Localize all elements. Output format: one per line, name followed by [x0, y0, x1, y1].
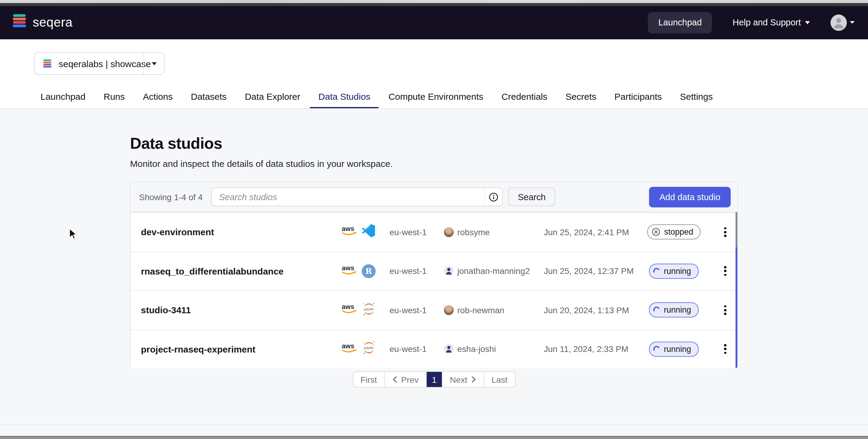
kebab-icon [722, 225, 728, 240]
status-label: running [664, 266, 691, 276]
info-icon[interactable] [485, 188, 502, 206]
studio-date: Jun 11, 2024, 2:33 PM [544, 344, 634, 354]
row-menu-button[interactable] [713, 303, 737, 317]
studio-region: eu-west-1 [390, 305, 444, 315]
svg-text:aws: aws [342, 303, 354, 311]
table-toolbar: Showing 1-4 of 4 Search Add data studio [131, 182, 737, 212]
tab-credentials[interactable]: Credentials [501, 84, 548, 109]
studio-name[interactable]: studio-3411 [141, 305, 341, 315]
studio-user: robsyme [444, 227, 544, 237]
status-label: stopped [664, 228, 693, 237]
pagination-page-1[interactable]: 1 [426, 372, 442, 387]
table-row[interactable]: rnaseq_to_differentialabundance aws R eu… [131, 251, 737, 290]
row-menu-button[interactable] [713, 342, 737, 356]
tab-actions[interactable]: Actions [143, 84, 173, 109]
table-row[interactable]: studio-3411 aws jupyter [131, 290, 737, 329]
status-badge: running [649, 264, 698, 279]
studio-status-cell: running [634, 303, 713, 318]
kebab-icon [722, 303, 728, 317]
user-name: esha-joshi [457, 344, 496, 354]
tab-launchpad[interactable]: Launchpad [40, 84, 86, 109]
tab-participants[interactable]: Participants [615, 84, 662, 109]
next-label: Next [450, 375, 468, 384]
aws-icon: aws [341, 264, 358, 279]
navbar-right: Launchpad Help and Support [648, 12, 855, 33]
launchpad-button[interactable]: Launchpad [648, 12, 712, 33]
tab-secrets[interactable]: Secrets [565, 84, 596, 109]
data-studios-table: Showing 1-4 of 4 Search Add data studio … [130, 181, 738, 368]
status-label: running [664, 306, 691, 315]
tab-settings[interactable]: Settings [680, 84, 713, 109]
status-label: running [664, 345, 691, 354]
svg-text:aws: aws [342, 264, 354, 272]
pagination-next[interactable]: Next [442, 372, 484, 387]
user-menu[interactable] [831, 14, 855, 31]
studio-name[interactable]: project-rnaseq-experiment [141, 344, 341, 354]
seqera-brand[interactable]: seqera [11, 13, 72, 32]
tab-data-studios[interactable]: Data Studios [318, 84, 371, 109]
studio-icons: aws jupyter [341, 341, 390, 358]
table-row[interactable]: dev-environment aws eu-west-1 [131, 212, 737, 251]
studio-icons: aws [341, 224, 390, 240]
avatar [831, 14, 847, 31]
tab-runs[interactable]: Runs [104, 84, 125, 109]
showing-count: Showing 1-4 of 4 [139, 192, 203, 202]
workspace-name: seqeralabs | showcase [59, 58, 151, 69]
status-badge: running [649, 303, 698, 318]
page-title: Data studios [130, 134, 222, 153]
jupyter-icon: jupyter [362, 302, 376, 319]
help-and-support-menu[interactable]: Help and Support [733, 18, 810, 28]
row-menu-button[interactable] [713, 225, 737, 240]
studio-status-cell: running [634, 264, 713, 279]
workspace-current: seqeralabs | showcase [34, 58, 143, 69]
tab-datasets[interactable]: Datasets [191, 84, 226, 109]
svg-text:aws: aws [342, 342, 354, 350]
scrollbar-thumb[interactable] [735, 212, 737, 247]
footer-divider [0, 425, 868, 425]
studio-user: esha-joshi [444, 344, 544, 354]
search-input[interactable] [212, 188, 485, 206]
studio-name[interactable]: dev-environment [141, 227, 341, 237]
prev-label: Prev [401, 375, 418, 384]
window-edge-dark [0, 3, 868, 6]
table-scrollbar[interactable] [735, 212, 737, 368]
user-name: jonathan-manning2 [457, 266, 530, 276]
pagination-last[interactable]: Last [484, 372, 515, 387]
workspace-dropdown-toggle[interactable] [143, 53, 164, 74]
chevron-down-icon [805, 21, 810, 24]
chevron-down-icon [850, 22, 855, 24]
pagination: First Prev 1 Next Last [353, 371, 515, 387]
pagination-prev[interactable]: Prev [384, 372, 426, 387]
studio-icons: aws R [341, 264, 390, 279]
studio-date: Jun 25, 2024, 2:41 PM [544, 227, 634, 237]
window-bottom-bar [0, 436, 868, 439]
tab-compute-environments[interactable]: Compute Environments [389, 84, 484, 109]
running-spinner-icon [653, 345, 661, 353]
tab-data-explorer[interactable]: Data Explorer [245, 84, 300, 109]
app-root: seqera Launchpad Help and Support [0, 0, 868, 439]
stopped-icon [651, 228, 660, 237]
studio-status-cell: stopped [634, 225, 713, 240]
pagination-first[interactable]: First [353, 372, 384, 387]
jupyter-icon: jupyter [362, 341, 376, 358]
vscode-icon [362, 224, 375, 240]
add-data-studio-button[interactable]: Add data studio [649, 187, 731, 207]
page-subtitle: Monitor and inspect the details of data … [130, 158, 393, 169]
search-button[interactable]: Search [508, 187, 555, 206]
svg-text:aws: aws [342, 225, 354, 233]
aws-icon: aws [341, 225, 358, 240]
running-spinner-icon [653, 306, 661, 314]
seqera-mini-logo-icon [42, 58, 53, 69]
kebab-icon [722, 342, 728, 356]
svg-text:jupyter: jupyter [364, 307, 374, 311]
table-row[interactable]: project-rnaseq-experiment aws jupyter [131, 329, 737, 368]
studio-user: jonathan-manning2 [444, 266, 544, 276]
row-menu-button[interactable] [713, 264, 737, 278]
rstudio-icon: R [362, 264, 376, 278]
kebab-icon [722, 264, 728, 278]
help-label: Help and Support [733, 18, 801, 28]
studio-user: rob-newman [444, 305, 544, 315]
studio-name[interactable]: rnaseq_to_differentialabundance [141, 266, 341, 276]
user-name: rob-newman [457, 305, 504, 315]
workspace-selector[interactable]: seqeralabs | showcase [34, 52, 164, 75]
